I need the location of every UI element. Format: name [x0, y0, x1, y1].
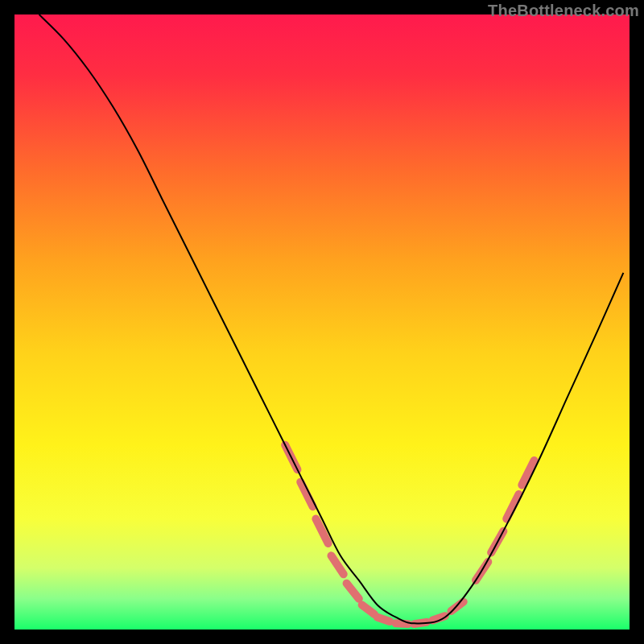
watermark-text: TheBottleneck.com	[488, 2, 639, 20]
marker-dash	[378, 617, 390, 621]
chart-svg	[14, 14, 630, 630]
marker-dash	[396, 623, 408, 624]
chart-container: TheBottleneck.com	[0, 0, 644, 644]
